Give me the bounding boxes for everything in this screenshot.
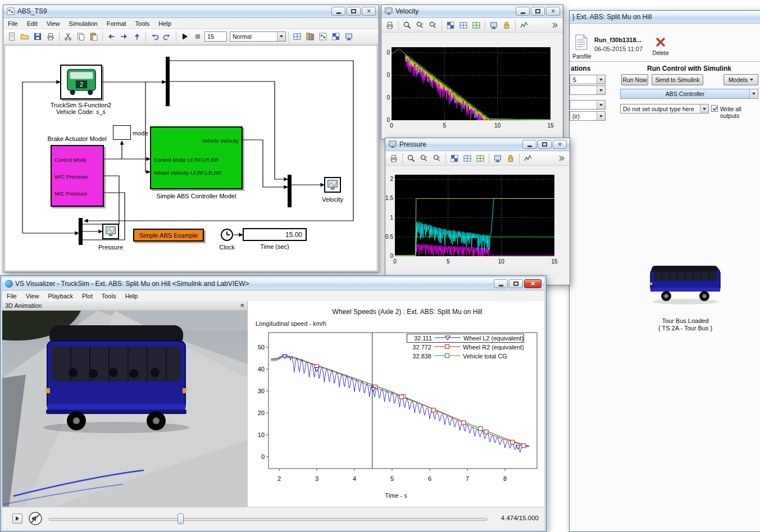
minimize-button[interactable] (522, 140, 536, 149)
navigate-forward-icon[interactable] (118, 31, 130, 43)
toolbar-overflow-icon[interactable] (555, 152, 567, 164)
stop-simulation-icon[interactable] (192, 31, 204, 43)
config-combo-2[interactable] (570, 85, 606, 95)
model-browser-icon[interactable] (291, 31, 303, 43)
velocity-scope-block[interactable] (324, 177, 341, 193)
brake-actuator-block[interactable]: Control Mode W/C Pressure M/C Pressure (51, 145, 104, 207)
minimize-button[interactable] (494, 279, 508, 288)
restore-axes-icon[interactable] (474, 152, 486, 164)
lock-axes-icon[interactable] (500, 19, 513, 31)
close-button[interactable] (553, 140, 567, 149)
mux-block[interactable] (288, 175, 292, 207)
navigate-up-icon[interactable] (131, 31, 143, 43)
simulink-canvas[interactable]: 2 TruckSim S-Function2 Vehicle Code: s_s… (4, 45, 377, 271)
signal-selection-icon[interactable] (518, 19, 530, 31)
autoscale-icon[interactable] (444, 19, 457, 31)
menu-view[interactable]: View (21, 291, 44, 301)
pressure-titlebar[interactable]: Pressure (385, 138, 570, 151)
autoscale-icon[interactable] (448, 152, 461, 164)
print-icon[interactable] (44, 31, 57, 43)
playback-slider-track[interactable] (48, 518, 488, 521)
close-button[interactable] (362, 7, 376, 16)
zoom-x-icon[interactable] (414, 19, 426, 31)
write-all-outputs-checkbox[interactable] (711, 105, 718, 112)
maximize-button[interactable] (538, 140, 552, 149)
time-display-block[interactable]: 15.00 (243, 228, 307, 241)
mux-block[interactable] (79, 218, 83, 245)
legend-row[interactable]: 32.111 Wheel L2 (equivalent) (407, 334, 524, 343)
toolbar-overflow-icon[interactable] (548, 19, 561, 31)
save-model-icon[interactable] (31, 31, 44, 43)
menu-file[interactable]: File (2, 291, 21, 301)
zoom-y-icon[interactable] (427, 19, 439, 31)
close-button[interactable] (546, 7, 560, 16)
update-diagram-icon[interactable] (330, 31, 342, 43)
model-explorer-icon[interactable] (317, 31, 329, 43)
menu-edit[interactable]: Edit (22, 19, 42, 29)
velocity-titlebar[interactable]: Velocity (381, 5, 563, 18)
copy-icon[interactable] (75, 31, 87, 43)
zoom-icon[interactable] (401, 19, 413, 31)
mux-block[interactable] (166, 57, 170, 106)
menu-tools[interactable]: Tools (131, 19, 154, 29)
print-icon[interactable] (388, 152, 400, 164)
library-browser-icon[interactable] (304, 31, 316, 43)
menu-file[interactable]: File (3, 19, 22, 29)
maximize-button[interactable] (347, 7, 361, 16)
output-type-select[interactable]: Do not set output type here (620, 104, 709, 113)
config-combo-3[interactable] (570, 100, 606, 110)
cut-icon[interactable] (62, 31, 74, 43)
new-model-icon[interactable] (6, 31, 18, 43)
delete-icon[interactable] (655, 37, 666, 48)
paste-icon[interactable] (88, 31, 100, 43)
menu-view[interactable]: View (42, 19, 65, 29)
config-combo-4[interactable]: (ir) (570, 111, 606, 121)
menu-format[interactable]: Format (102, 19, 131, 29)
float-scope-icon[interactable] (492, 152, 504, 164)
minimize-button[interactable] (331, 7, 345, 16)
restore-axes-icon[interactable] (470, 19, 483, 31)
send-to-simulink-button[interactable]: Send to Simulink (652, 74, 703, 85)
run-now-button[interactable]: Run Now (621, 74, 648, 85)
animation-close-icon[interactable] (240, 302, 244, 310)
mute-icon[interactable] (28, 511, 43, 526)
redo-icon[interactable] (161, 31, 174, 43)
legend-row[interactable]: 32.772 Wheel R2 (equivalent) (407, 343, 524, 352)
save-axes-icon[interactable] (457, 19, 470, 31)
abs-controller-select[interactable]: ABS Controller (620, 89, 758, 99)
maximize-button[interactable] (509, 279, 523, 288)
menu-playback[interactable]: Playback (43, 291, 78, 301)
start-simulation-icon[interactable] (179, 31, 191, 43)
config-combo-1[interactable]: S (570, 75, 606, 84)
menu-simulation[interactable]: Simulation (64, 19, 102, 29)
print-icon[interactable] (384, 19, 396, 31)
open-model-icon[interactable] (19, 31, 31, 43)
playback-slider-handle[interactable] (178, 513, 184, 524)
animation-3d-view[interactable] (2, 311, 248, 507)
save-axes-icon[interactable] (461, 152, 474, 164)
zoom-y-icon[interactable] (431, 152, 443, 164)
models-button[interactable]: Models (723, 74, 758, 85)
run-control-titlebar[interactable]: } Ext. ABS: Split Mu on Hill (570, 11, 760, 24)
trucksim-sfunction-block[interactable]: 2 (60, 65, 102, 99)
abs-controller-block[interactable]: Vehicle Velocity Control Mode LF,RF,LR,R… (150, 126, 243, 189)
simulink-titlebar[interactable]: ABS_TS9 (3, 5, 379, 18)
debug-icon[interactable] (343, 31, 355, 43)
menu-tools[interactable]: Tools (97, 291, 121, 301)
float-scope-icon[interactable] (488, 19, 500, 31)
sim-mode-select[interactable]: Normal (230, 31, 286, 42)
menu-plot[interactable]: Plot (78, 291, 97, 301)
example-banner-block[interactable]: Simple ABS Example (133, 229, 204, 242)
navigate-back-icon[interactable] (105, 31, 117, 43)
zoom-icon[interactable] (405, 152, 417, 164)
sim-stop-time-input[interactable] (204, 31, 227, 42)
pressure-scope-block[interactable] (102, 224, 119, 239)
lock-axes-icon[interactable] (504, 152, 517, 164)
legend-row[interactable]: 32.838 Vehicle total CG (407, 352, 524, 361)
signal-selection-icon[interactable] (522, 152, 534, 164)
undo-icon[interactable] (148, 31, 161, 43)
visualizer-titlebar[interactable]: VS Visualizer - TruckSim - Ext. ABS: Spl… (2, 278, 544, 290)
play-button[interactable] (12, 513, 22, 524)
zoom-x-icon[interactable] (418, 152, 430, 164)
menu-help[interactable]: Help (121, 291, 143, 301)
